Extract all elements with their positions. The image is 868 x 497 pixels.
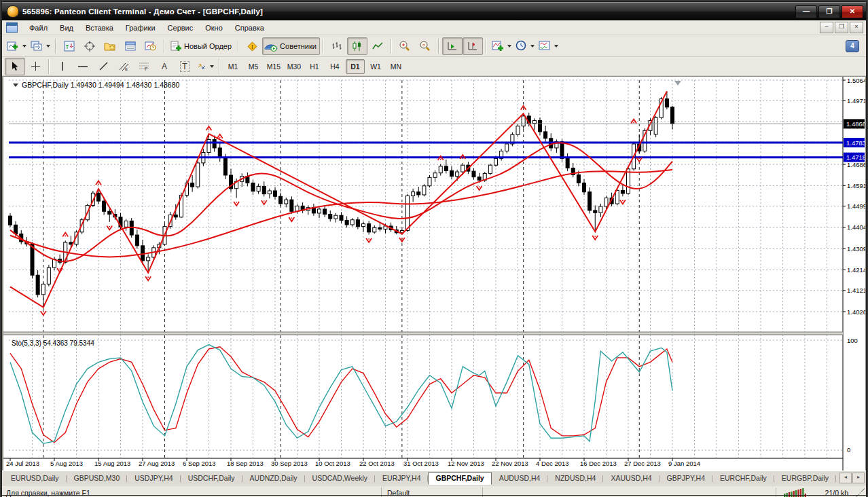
timeframe-M5[interactable]: M5 [244, 59, 263, 74]
profiles-button[interactable] [29, 37, 52, 55]
timeframe-W1[interactable]: W1 [366, 59, 385, 74]
mdi-restore-button[interactable]: ❐ [835, 22, 848, 33]
new-order-button[interactable]: Новый Ордер [168, 37, 235, 55]
resize-grip[interactable] [855, 488, 865, 497]
zoom-in-button[interactable] [395, 37, 415, 55]
tab-NZDUSD-H4[interactable]: NZDUSD,H4 [547, 472, 603, 485]
new-order-icon [170, 41, 182, 52]
data-window-button[interactable] [79, 37, 100, 55]
timeframe-bar: M1M5M15M30H1H4D1W1MN [223, 59, 406, 74]
zoom-out-icon [419, 40, 431, 52]
advisors-label: Советники [280, 42, 318, 50]
maximize-button[interactable]: ❐ [818, 5, 840, 18]
tab-XAUUSD-H4[interactable]: XAUUSD,H4 [603, 472, 659, 485]
tabs-scroll-right-button[interactable]: ▸ [852, 473, 865, 483]
alert-button[interactable]: ! [242, 37, 262, 55]
tab-EURJPY-H4[interactable]: EURJPY,H4 [375, 472, 428, 485]
fibonacci-tool-button[interactable]: F [134, 58, 154, 75]
timeframe-M30[interactable]: M30 [285, 59, 304, 74]
periods-button[interactable] [513, 37, 537, 55]
terminal-button[interactable] [120, 37, 141, 55]
svg-text:1.49715: 1.49715 [847, 97, 865, 105]
horizontal-line-icon [77, 62, 88, 71]
svg-text:10 Oct 2013: 10 Oct 2013 [315, 460, 350, 467]
terminal-icon [125, 41, 136, 52]
chevron-down-icon [22, 45, 26, 48]
trendline-tool-button[interactable] [93, 58, 113, 75]
channel-tool-button[interactable]: E [113, 58, 134, 75]
mdi-close-button[interactable]: × [850, 22, 863, 33]
svg-text:18 Sep 2013: 18 Sep 2013 [227, 460, 264, 467]
line-chart-button[interactable] [367, 37, 388, 55]
hline-tool-button[interactable] [73, 58, 93, 75]
templates-button[interactable] [537, 37, 560, 55]
tab-USDCAD-Weekly[interactable]: USDCAD,Weekly [305, 472, 376, 485]
menu-3[interactable]: Графики [120, 22, 162, 33]
svg-text:0: 0 [847, 446, 850, 454]
cursor-icon [10, 61, 20, 71]
chart-canvas[interactable]: 1.506401.497151.468651.459151.449901.440… [3, 77, 865, 471]
tab-USDJPY-H4[interactable]: USDJPY,H4 [127, 472, 180, 485]
connection-bars-icon [783, 488, 808, 497]
menu-1[interactable]: Вид [54, 22, 79, 33]
tab-EURGBP-Daily[interactable]: EURGBP,Daily [774, 472, 836, 485]
menu-6[interactable]: Справка [229, 22, 270, 33]
tab-GBPUSD-M30[interactable]: GBPUSD,M30 [67, 472, 128, 485]
tab-GBPJPY-H4[interactable]: GBPJPY,H4 [659, 472, 712, 485]
crosshair-tool-button[interactable] [25, 58, 46, 75]
crosshair-tool-icon [31, 61, 41, 71]
chevron-down-icon [530, 45, 535, 48]
new-chart-button[interactable] [5, 37, 29, 55]
svg-text:27 Dec 2013: 27 Dec 2013 [624, 460, 661, 467]
notifications-badge[interactable]: 4 [846, 40, 859, 52]
arrows-tool-button[interactable] [195, 58, 216, 75]
svg-text:100: 100 [847, 337, 858, 344]
tab-EURUSD-Daily[interactable]: EURUSD,Daily [3, 472, 67, 485]
candlestick-chart-button[interactable] [347, 37, 367, 55]
window-title: 565896: Panteon Client Terminal - Демо С… [22, 7, 795, 16]
timeframe-H1[interactable]: H1 [305, 59, 324, 74]
close-button[interactable]: ✕ [842, 5, 863, 18]
vline-tool-button[interactable] [52, 58, 73, 75]
status-profile[interactable]: Default [382, 487, 483, 497]
strategy-tester-button[interactable] [141, 37, 161, 55]
timeframe-H4[interactable]: H4 [325, 59, 344, 74]
timeframe-MN[interactable]: MN [386, 59, 405, 74]
label-tool-button[interactable]: T [175, 58, 195, 75]
tab-AUDUSD-H4[interactable]: AUDUSD,H4 [492, 472, 548, 485]
indicators-button[interactable] [490, 37, 513, 55]
advisors-button[interactable]: Советники [262, 37, 320, 55]
tab-USDCHF-Daily[interactable]: USDCHF,Daily [181, 472, 242, 485]
svg-text:1.40265: 1.40265 [847, 308, 865, 316]
timeframe-M15[interactable]: M15 [264, 59, 283, 74]
tab-EURCHF-Daily[interactable]: EURCHF,Daily [712, 472, 774, 485]
tab-AUDNZD-Daily[interactable]: AUDNZD,Daily [242, 472, 305, 485]
mdi-minimize-button[interactable]: – [820, 22, 833, 33]
menu-2[interactable]: Вставка [79, 22, 120, 33]
zoom-out-button[interactable] [415, 37, 435, 55]
minimize-button[interactable]: — [795, 5, 817, 18]
chart-shift-button[interactable] [463, 37, 483, 55]
svg-text:31 Oct 2013: 31 Oct 2013 [403, 460, 439, 467]
timeframe-D1[interactable]: D1 [346, 59, 365, 74]
timeframe-M1[interactable]: M1 [223, 59, 242, 74]
text-tool-button[interactable]: A [154, 58, 175, 75]
menu-0[interactable]: Файл [23, 22, 54, 33]
traffic-text: 21/0 kb [825, 489, 848, 497]
menu-5[interactable]: Окно [199, 22, 229, 33]
chart-window-icon [6, 22, 18, 33]
auto-scroll-icon [446, 41, 458, 52]
status-connection: 21/0 kb [776, 487, 855, 497]
bar-chart-button[interactable] [327, 37, 347, 55]
channel-icon: E [118, 61, 129, 71]
market-watch-button[interactable] [59, 37, 79, 55]
advisor-hat-icon [264, 41, 278, 52]
auto-scroll-button[interactable] [442, 37, 463, 55]
svg-text:22 Oct 2013: 22 Oct 2013 [359, 460, 395, 467]
navigator-button[interactable] [100, 37, 120, 55]
status-help-text: Для справки, нажмите F1 [2, 487, 382, 497]
menu-4[interactable]: Сервис [162, 22, 200, 33]
tabs-scroll-left-button[interactable]: ◂ [839, 473, 852, 483]
cursor-tool-button[interactable] [5, 58, 25, 75]
tab-GBPCHF-Daily[interactable]: GBPCHF,Daily [428, 472, 491, 485]
